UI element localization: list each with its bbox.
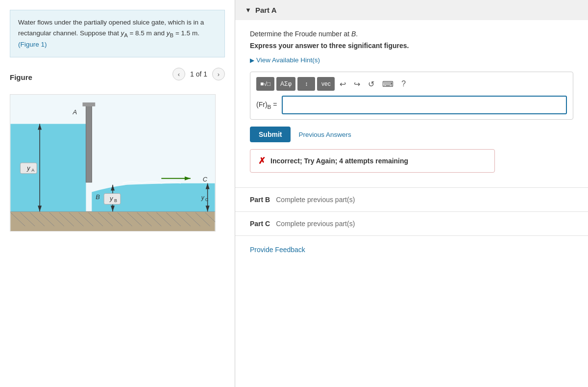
toolbar-redo-btn[interactable]: ↪ bbox=[351, 77, 363, 91]
part-b-text: Complete previous part(s) bbox=[276, 196, 355, 204]
figure-row: Figure ‹ 1 of 1 › bbox=[10, 67, 225, 81]
submit-row: Submit Previous Answers bbox=[250, 127, 573, 142]
part-b-section: Part B Complete previous part(s) bbox=[235, 188, 588, 212]
math-input-container: ■√□ AΣφ ↕ vec ↩ ↪ ↺ ⌨ ? (Fr)B = bbox=[250, 72, 573, 120]
svg-rect-4 bbox=[86, 104, 92, 182]
svg-text:A: A bbox=[73, 108, 77, 116]
svg-text:B: B bbox=[96, 193, 100, 201]
toolbar-reset-btn[interactable]: ↺ bbox=[365, 77, 377, 91]
error-text: Incorrect; Try Again; 4 attempts remaini… bbox=[270, 157, 408, 165]
right-panel: ▼ Part A Determine the Froude number at … bbox=[235, 0, 588, 387]
hint-link[interactable]: ▶ View Available Hint(s) bbox=[250, 56, 573, 64]
part-c-label: Part C bbox=[250, 220, 270, 228]
toolbar-help-btn[interactable]: ? bbox=[398, 77, 409, 90]
figure-prev-btn[interactable]: ‹ bbox=[172, 68, 185, 80]
toolbar-updown-btn[interactable]: ↕ bbox=[297, 77, 315, 91]
toolbar-vec-btn[interactable]: vec bbox=[317, 77, 335, 91]
figure-diagram: y A A B y B C y C bbox=[10, 94, 216, 232]
svg-rect-1 bbox=[11, 211, 215, 231]
hint-text: View Available Hint(s) bbox=[256, 56, 320, 64]
svg-text:A: A bbox=[31, 168, 34, 173]
left-panel: Water flows under the partially opened s… bbox=[0, 0, 235, 387]
hint-arrow: ▶ bbox=[250, 57, 254, 64]
toolbar-undo-btn[interactable]: ↩ bbox=[337, 77, 349, 91]
toolbar-sqrt-btn[interactable]: ■√□ bbox=[256, 77, 274, 91]
svg-text:y: y bbox=[201, 194, 205, 201]
figure-page-count: 1 of 1 bbox=[190, 70, 207, 78]
part-a-content: Determine the Froude number at B. Expres… bbox=[235, 20, 588, 187]
toolbar-keyboard-btn[interactable]: ⌨ bbox=[379, 77, 396, 91]
svg-text:B: B bbox=[114, 198, 117, 203]
part-a-instruction: Express your answer to three significant… bbox=[250, 42, 573, 50]
part-a-question: Determine the Froude number at B. bbox=[250, 30, 573, 38]
part-b-label: Part B bbox=[250, 196, 270, 204]
figure-nav: ‹ 1 of 1 › bbox=[172, 68, 225, 80]
svg-rect-5 bbox=[82, 103, 95, 106]
part-c-section: Part C Complete previous part(s) bbox=[235, 212, 588, 236]
feedback-link[interactable]: Provide Feedback bbox=[235, 236, 588, 263]
figure-label: Figure bbox=[10, 73, 32, 81]
toolbar-aso-btn[interactable]: AΣφ bbox=[276, 77, 295, 91]
math-label: (Fr)B = bbox=[256, 101, 277, 110]
part-a-header: ▼ Part A bbox=[235, 0, 588, 20]
svg-text:C: C bbox=[205, 197, 209, 202]
figure-next-btn[interactable]: › bbox=[212, 68, 225, 80]
math-answer-input[interactable] bbox=[282, 96, 567, 114]
part-a-toggle[interactable]: ▼ bbox=[245, 6, 251, 14]
problem-statement: Water flows under the partially opened s… bbox=[10, 10, 225, 57]
figure-link[interactable]: (Figure 1) bbox=[18, 41, 47, 48]
error-box: ✗ Incorrect; Try Again; 4 attempts remai… bbox=[250, 149, 495, 173]
part-a-label: Part A bbox=[255, 6, 277, 14]
error-icon: ✗ bbox=[258, 155, 266, 166]
math-input-row: (Fr)B = bbox=[256, 96, 567, 114]
math-toolbar: ■√□ AΣφ ↕ vec ↩ ↪ ↺ ⌨ ? bbox=[256, 77, 567, 91]
previous-answers-link[interactable]: Previous Answers bbox=[298, 131, 351, 138]
submit-btn[interactable]: Submit bbox=[250, 127, 291, 142]
part-c-text: Complete previous part(s) bbox=[276, 220, 355, 228]
svg-text:C: C bbox=[203, 176, 208, 183]
part-a-section: ▼ Part A Determine the Froude number at … bbox=[235, 0, 588, 188]
